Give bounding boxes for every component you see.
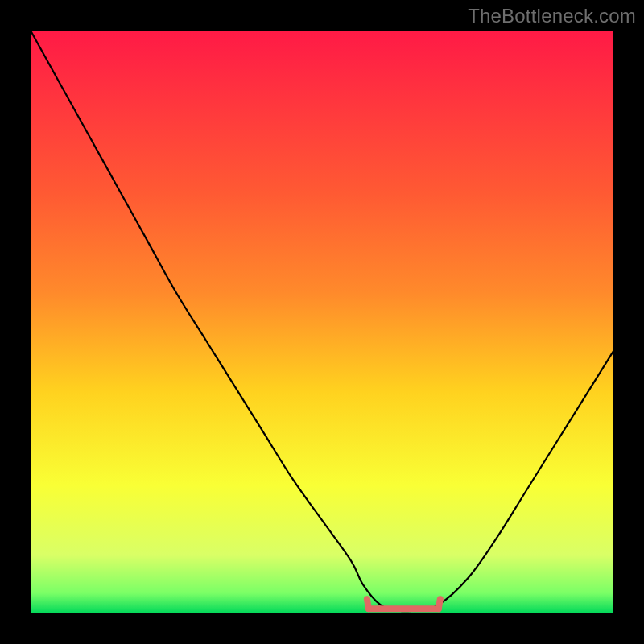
optimal-range-tick-left [367, 599, 369, 609]
bottleneck-chart [0, 0, 644, 644]
optimal-range-tick-right [439, 599, 440, 609]
plot-background [31, 31, 613, 613]
watermark-text: TheBottleneck.com [468, 5, 636, 27]
chart-container: TheBottleneck.com [0, 0, 644, 644]
